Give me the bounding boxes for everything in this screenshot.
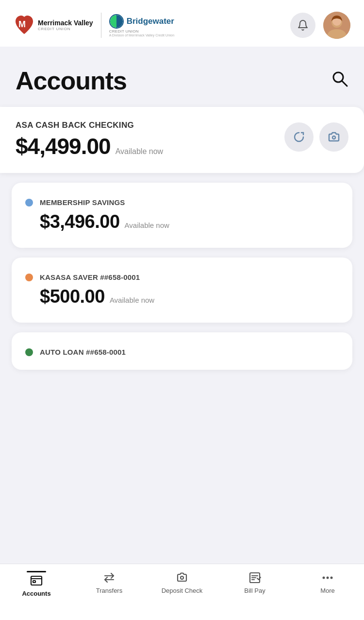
avatar-button[interactable] [323,12,350,39]
account-card-membership-savings[interactable]: MEMBERSHIP SAVINGS $3,496.00 Available n… [12,183,352,248]
deposit-icon [175,571,189,585]
search-button[interactable] [331,70,348,91]
account-balance-row-saver: $500.00 Available now [40,286,339,307]
svg-point-14 [331,577,333,579]
account-name-primary: ASA CASH BACK CHECKING [16,121,163,130]
nav-active-bar-accounts [27,571,46,572]
nav-transfers[interactable]: Transfers [73,571,146,594]
bill-pay-icon [248,571,262,585]
bw-logo: Bridgewater CREDIT UNION A Division of M… [109,14,174,37]
camera-icon [328,131,340,143]
logo-group: M Merrimack Valley CREDIT UNION Bridgewa… [14,13,174,38]
account-balance-row-primary: $4,499.00 Available now [16,133,163,159]
account-header-auto: AUTO LOAN ##658-0001 [25,348,339,356]
mvcu-text: Merrimack Valley CREDIT UNION [38,19,93,31]
mvcu-name-line1: Merrimack Valley [38,19,93,27]
header: M Merrimack Valley CREDIT UNION Bridgewa… [0,0,364,47]
bw-name: Bridgewater [127,17,174,25]
account-name: MEMBERSHIP SAVINGS [40,198,125,207]
account-balance-primary: $4,499.00 [16,133,111,159]
heart-icon: M [14,14,35,37]
nav-label-accounts: Accounts [22,590,50,597]
nav-label-billpay: Bill Pay [244,587,265,594]
account-name-auto: AUTO LOAN ##658-0001 [40,348,126,356]
camera-button[interactable] [319,122,348,152]
header-icons [290,12,350,39]
dot-orange [25,274,33,281]
account-available: Available now [125,221,169,229]
nav-label-deposit: Deposit Check [162,587,203,594]
page-title: Accounts [16,66,127,95]
logo-divider [101,13,101,38]
account-card-primary[interactable]: ASA CASH BACK CHECKING $4,499.00 Availab… [0,107,364,173]
search-icon [331,70,348,87]
account-primary-content: ASA CASH BACK CHECKING $4,499.00 Availab… [16,121,163,159]
account-balance-saver: $500.00 [40,286,105,307]
accounts-list: ASA CASH BACK CHECKING $4,499.00 Availab… [0,107,364,378]
svg-point-13 [327,577,329,579]
avatar-icon [323,12,350,39]
nav-bill-pay[interactable]: Bill Pay [218,571,291,594]
nav-label-more: More [320,587,335,594]
nav-accounts[interactable]: Accounts [0,571,73,597]
account-balance-row: $3,496.00 Available now [40,211,339,232]
more-icon [321,571,334,585]
svg-text:M: M [18,19,26,29]
page-title-row: Accounts [0,47,364,107]
accounts-icon [30,574,43,587]
account-available-primary: Available now [116,147,163,156]
bell-button[interactable] [290,13,315,38]
dot-blue [25,199,33,207]
svg-point-10 [181,576,183,579]
refresh-icon [293,131,305,143]
refresh-button[interactable] [284,122,314,152]
account-header: MEMBERSHIP SAVINGS [25,198,339,207]
mvcu-sub: CREDIT UNION [38,27,93,31]
transfers-icon [102,571,116,585]
svg-point-12 [323,577,325,579]
bw-globe-icon [109,14,124,29]
account-balance: $3,496.00 [40,211,120,232]
bw-sub2: A Division of Merrimack Valley Credit Un… [109,34,174,37]
bell-icon [297,19,309,31]
account-card-auto-loan[interactable]: AUTO LOAN ##658-0001 [12,332,352,370]
nav-label-transfers: Transfers [96,587,122,594]
account-card-kasasa-saver[interactable]: KASASA SAVER ##658-0001 $500.00 Availabl… [12,258,352,323]
dot-green [25,348,33,356]
svg-rect-9 [33,581,35,583]
account-name-saver: KASASA SAVER ##658-0001 [40,273,140,281]
card-action-buttons [284,122,348,152]
bottom-nav: Accounts Transfers Deposit Check Bill Pa… [0,564,364,620]
mvcu-logo: M Merrimack Valley CREDIT UNION [14,14,93,37]
svg-line-6 [342,81,347,86]
nav-more[interactable]: More [291,571,364,594]
nav-deposit-check[interactable]: Deposit Check [146,571,218,594]
bw-sub: CREDIT UNION [109,29,174,34]
account-header-saver: KASASA SAVER ##658-0001 [25,273,339,281]
bw-top-row: Bridgewater [109,14,174,29]
account-available-saver: Available now [110,296,154,304]
svg-point-7 [332,136,335,139]
